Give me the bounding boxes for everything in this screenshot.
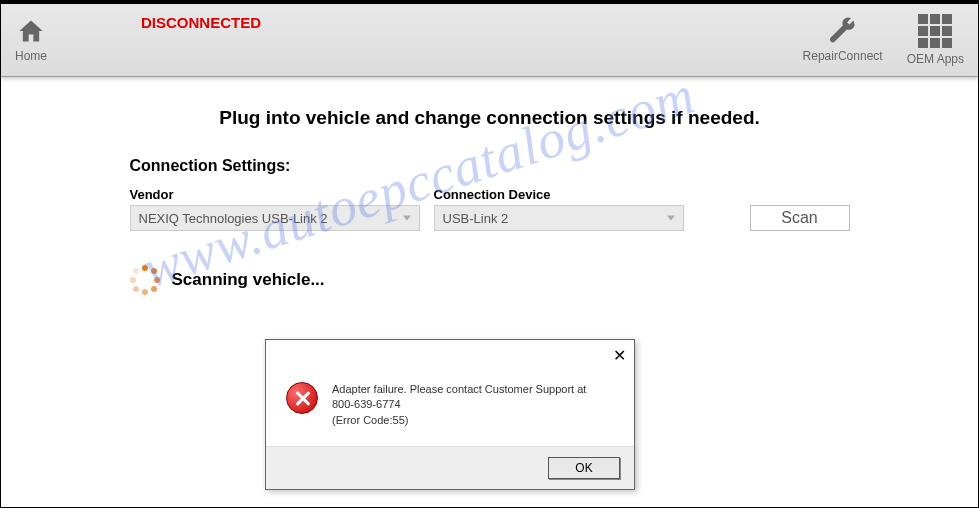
scan-button[interactable]: Scan <box>750 205 850 231</box>
scanning-status: Scanning vehicle... <box>130 265 850 295</box>
error-icon <box>286 382 318 414</box>
spinner-icon <box>130 265 160 295</box>
connection-settings: Connection Settings: Vendor NEXIQ Techno… <box>130 157 850 295</box>
oem-apps-label: OEM Apps <box>907 52 964 66</box>
wrench-icon <box>827 17 859 45</box>
app-header: Home DISCONNECTED RepairConnect OEM Apps <box>1 1 978 77</box>
ok-button[interactable]: OK <box>548 457 620 479</box>
device-dropdown[interactable]: USB-Link 2 <box>434 205 684 231</box>
settings-heading: Connection Settings: <box>130 157 850 175</box>
vendor-label: Vendor <box>130 187 420 202</box>
main-instruction: Plug into vehicle and change connection … <box>1 107 978 129</box>
vendor-field-group: Vendor NEXIQ Technologies USB-Link 2 <box>130 187 420 231</box>
error-dialog: ✕ Adapter failure. Please contact Custom… <box>265 339 635 490</box>
home-label: Home <box>15 49 47 63</box>
device-field-group: Connection Device USB-Link 2 <box>434 187 684 231</box>
home-icon <box>15 17 47 45</box>
connection-status: DISCONNECTED <box>141 14 261 31</box>
grid-icon <box>918 14 952 48</box>
vendor-dropdown[interactable]: NEXIQ Technologies USB-Link 2 <box>130 205 420 231</box>
repairconnect-label: RepairConnect <box>803 49 883 63</box>
close-button[interactable]: ✕ <box>613 346 626 365</box>
scanning-text: Scanning vehicle... <box>172 270 325 290</box>
oem-apps-button[interactable]: OEM Apps <box>907 14 964 66</box>
repairconnect-button[interactable]: RepairConnect <box>803 17 883 63</box>
home-button[interactable]: Home <box>15 17 47 63</box>
device-label: Connection Device <box>434 187 684 202</box>
dialog-message: Adapter failure. Please contact Customer… <box>332 382 586 428</box>
main-content: Plug into vehicle and change connection … <box>1 77 978 295</box>
